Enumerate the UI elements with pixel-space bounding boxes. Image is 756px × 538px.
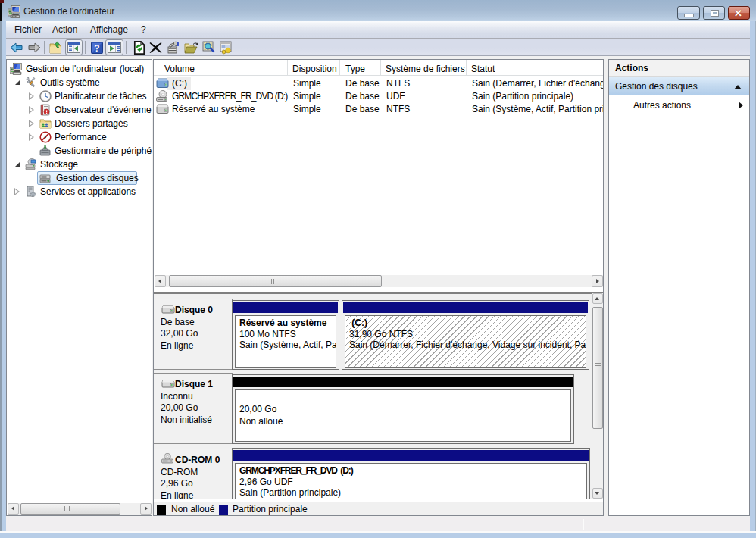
- svg-text:?: ?: [94, 43, 99, 54]
